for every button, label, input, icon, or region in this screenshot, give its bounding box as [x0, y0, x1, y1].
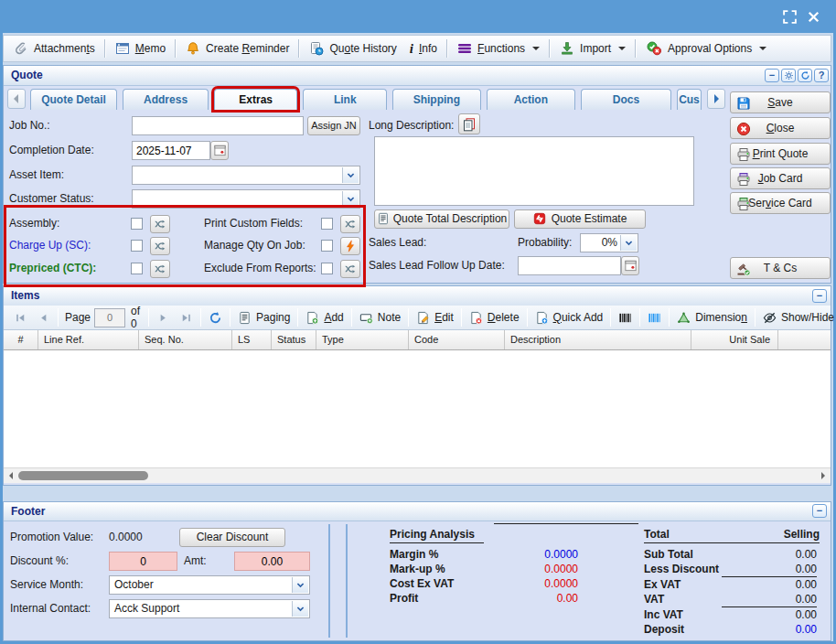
job-no-input[interactable]	[132, 116, 304, 135]
maximize-icon[interactable]	[782, 9, 798, 25]
quick-add-button[interactable]: Quick Add	[531, 307, 608, 327]
print-quote-button[interactable]: Print Quote	[730, 143, 831, 165]
info-button[interactable]: iInfo	[403, 38, 444, 59]
add-button[interactable]: Add	[301, 307, 348, 327]
amt-input[interactable]	[234, 552, 310, 571]
service-month-select[interactable]: October	[109, 575, 310, 595]
scroll-right-arrow[interactable]	[816, 468, 831, 483]
note-button[interactable]: Note	[355, 307, 405, 327]
refresh-grid-button[interactable]	[204, 307, 227, 327]
discount-input[interactable]	[109, 552, 177, 571]
charge-up-shuffle-button[interactable]	[150, 237, 170, 255]
quote-total-description-button[interactable]: Quote Total Description	[374, 209, 509, 229]
paging-button[interactable]: Paging	[233, 307, 295, 327]
tab-docs[interactable]: Docs	[581, 89, 671, 110]
tab-link[interactable]: Link	[303, 89, 387, 110]
follow-up-calendar-button[interactable]	[621, 256, 639, 275]
print-custom-fields-shuffle-button[interactable]	[340, 215, 360, 233]
refresh-panel-button[interactable]	[798, 69, 812, 82]
create-reminder-button[interactable]: Create Reminder	[179, 38, 295, 59]
tab-address[interactable]: Address	[123, 89, 209, 110]
probability-select[interactable]: 0%	[580, 233, 638, 252]
tab-quote-detail[interactable]: Quote Detail	[30, 89, 118, 110]
assembly-checkbox[interactable]	[131, 218, 143, 230]
prepriced-checkbox[interactable]	[131, 263, 143, 274]
tab-scroll-right-button[interactable]	[707, 89, 725, 109]
next-page-button[interactable]	[152, 307, 175, 327]
barcode-button[interactable]	[614, 307, 637, 327]
collapse-button[interactable]: −	[812, 289, 827, 303]
delete-button[interactable]: Delete	[465, 307, 524, 327]
less-discount-value: 0.00	[722, 563, 817, 577]
chevron-down-icon[interactable]	[620, 235, 637, 251]
completion-date-calendar-button[interactable]	[210, 141, 229, 160]
exclude-reports-checkbox[interactable]	[321, 263, 333, 274]
copy-description-button[interactable]	[458, 113, 480, 134]
import-button[interactable]: Import	[553, 38, 632, 59]
service-card-button[interactable]: Service Card	[730, 192, 831, 214]
tab-extras[interactable]: Extras	[214, 89, 298, 110]
close-window-icon[interactable]	[806, 9, 821, 25]
page-number-input[interactable]	[94, 308, 125, 327]
manage-qty-checkbox[interactable]	[321, 240, 333, 252]
barcode-blue-button[interactable]	[643, 307, 666, 327]
col-code[interactable]: Code	[409, 330, 505, 349]
chevron-down-icon[interactable]	[292, 577, 308, 593]
job-card-button[interactable]: Job Card	[730, 167, 831, 189]
terms-and-conditions-label: T & Cs	[764, 262, 797, 274]
col-unit-sale[interactable]: Unit Sale	[691, 330, 778, 349]
quote-estimate-button[interactable]: Quote Estimate	[514, 209, 646, 229]
show-hide-label: Show/Hide	[781, 311, 834, 324]
exclude-reports-shuffle-button[interactable]	[340, 260, 360, 278]
last-page-button[interactable]	[175, 307, 198, 327]
attachments-button[interactable]: Attachments	[7, 38, 102, 59]
sales-lead-follow-up-input[interactable]	[518, 256, 621, 275]
manage-qty-bolt-button[interactable]	[340, 237, 360, 255]
internal-contact-select[interactable]: Acck Support	[109, 599, 310, 618]
approval-options-button[interactable]: Approval Options	[639, 38, 773, 59]
col-seq-no[interactable]: Seq. No.	[139, 330, 232, 349]
chevron-down-icon	[759, 47, 766, 54]
help-button[interactable]: ?	[814, 69, 829, 82]
customer-status-select[interactable]	[132, 189, 360, 209]
charge-up-checkbox[interactable]	[131, 240, 143, 252]
col-line-ref[interactable]: Line Ref.	[38, 330, 139, 349]
col-description[interactable]: Description	[505, 330, 691, 349]
dimension-button[interactable]: Dimension	[672, 307, 752, 327]
prepriced-shuffle-button[interactable]	[150, 260, 170, 278]
long-description-textarea[interactable]	[374, 136, 694, 206]
horizontal-scrollbar[interactable]	[4, 467, 831, 483]
assembly-shuffle-button[interactable]	[150, 215, 170, 233]
save-button[interactable]: Save	[730, 91, 831, 113]
tab-action[interactable]: Action	[487, 89, 576, 110]
assign-jn-button[interactable]: Assign JN	[307, 116, 360, 135]
scroll-left-arrow[interactable]	[4, 468, 18, 483]
first-page-button[interactable]	[9, 307, 32, 327]
tab-scroll-left-button[interactable]	[7, 89, 26, 109]
show-hide-button[interactable]: Show/Hide	[758, 307, 836, 327]
memo-button[interactable]: Memo	[109, 38, 172, 59]
collapse-button[interactable]: −	[812, 504, 827, 518]
col-type[interactable]: Type	[316, 330, 409, 349]
collapse-button[interactable]: −	[765, 69, 779, 82]
print-custom-fields-checkbox[interactable]	[321, 218, 333, 230]
terms-and-conditions-button[interactable]: T & Cs	[730, 257, 831, 279]
chevron-down-icon[interactable]	[342, 191, 359, 207]
scrollbar-thumb[interactable]	[18, 471, 148, 480]
chevron-down-icon[interactable]	[292, 601, 308, 617]
completion-date-input[interactable]	[132, 141, 210, 160]
prev-page-button[interactable]	[32, 307, 55, 327]
quote-history-button[interactable]: Quote History	[303, 38, 402, 59]
asset-item-select[interactable]	[132, 166, 360, 185]
clear-discount-button[interactable]: Clear Discount	[179, 528, 285, 547]
tab-cus-truncated[interactable]: Cus	[677, 89, 702, 110]
chevron-down-icon[interactable]	[342, 167, 359, 183]
col-status[interactable]: Status	[272, 330, 316, 349]
col-number[interactable]: #	[4, 330, 38, 349]
col-ls[interactable]: LS	[232, 330, 272, 349]
close-button[interactable]: Close	[730, 117, 831, 139]
tab-shipping[interactable]: Shipping	[392, 89, 481, 110]
settings-gear-button[interactable]	[781, 69, 796, 82]
functions-button[interactable]: Functions	[451, 38, 546, 59]
edit-button[interactable]: Edit	[412, 307, 458, 327]
